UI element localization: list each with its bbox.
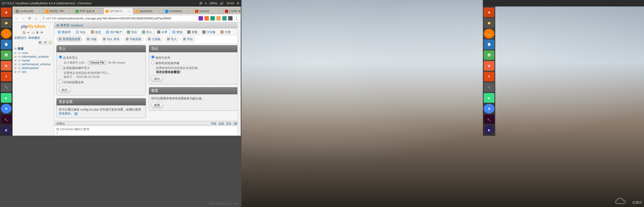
pma-subtab[interactable]: 导入 (165, 36, 179, 42)
import-browser-radio[interactable] (59, 65, 62, 69)
pma-subtab[interactable]: 管理我的设置 (56, 36, 83, 42)
info-icon[interactable]: ⓘ (42, 16, 45, 20)
console-link[interactable]: 选项 (219, 122, 224, 126)
tree-new[interactable]: ⊡ 新建 (14, 46, 53, 51)
fav-link[interactable]: 表收藏夹 (28, 36, 40, 40)
close-icon[interactable]: × (129, 10, 131, 13)
import-from-file[interactable]: 从文件导入 (59, 55, 144, 60)
extension-icon[interactable] (199, 16, 203, 20)
sql-icon[interactable]: 🗎 (36, 31, 40, 35)
db-tree-item[interactable]: ⊞🗃sys (14, 70, 53, 74)
extension-icon[interactable] (228, 16, 233, 20)
pma-subtab[interactable]: 导航面板 (123, 36, 144, 42)
close-icon[interactable]: × (218, 10, 221, 13)
reset-button[interactable]: 重置 (151, 102, 163, 108)
gear-icon[interactable]: ⚙ (237, 2, 239, 5)
install-script-link[interactable]: 安装脚本 (59, 112, 71, 115)
export-browser-radio[interactable] (151, 61, 155, 64)
network-icon[interactable]: ▾ (205, 2, 207, 5)
extension-icon[interactable] (205, 16, 209, 20)
console-link[interactable]: 书签 (211, 122, 216, 126)
filter-icon[interactable]: ⚡ (49, 41, 52, 45)
menu-icon[interactable]: ⋮ (234, 16, 239, 21)
export-browser[interactable]: 保存到浏览器存储 (151, 61, 236, 65)
impress-icon[interactable]: 📽 (1, 61, 12, 71)
reload-nav-icon[interactable]: ⟳ (41, 31, 44, 35)
pma-tab[interactable]: 用户账户 (103, 29, 124, 35)
chromium-icon[interactable]: ◉ (1, 104, 12, 113)
pma-tab[interactable]: 设置 (155, 29, 170, 35)
db-tree-item[interactable]: ⊞🗃information_schema (14, 55, 53, 58)
merge-checkbox[interactable] (59, 80, 62, 83)
settings-icon-r[interactable]: 🔧 (484, 82, 494, 92)
url-input[interactable]: ⓘ 127.0.0.1/phpmyadmin/prefs_manage.php?… (40, 15, 197, 21)
browser-tab[interactable]: 127.0.0.1 /× (103, 8, 133, 14)
server-link[interactable]: localhost (71, 24, 83, 27)
db-tree-item[interactable]: ⊞🗃mysql (14, 58, 53, 62)
scrollbar[interactable] (237, 22, 241, 136)
console-link[interactable]: 历史 (226, 122, 231, 126)
settings-icon[interactable]: 🔧 (1, 82, 12, 92)
terminal-icon-r[interactable]: >_ (484, 115, 494, 124)
chromium-icon-r[interactable]: ◉ (484, 104, 494, 113)
close-icon[interactable]: × (188, 10, 191, 13)
export-exec-button[interactable]: 执行 (151, 76, 163, 82)
browser-tab[interactable]: Installation× (163, 8, 193, 14)
writer-icon-r[interactable]: 📄 (484, 40, 494, 49)
firefox-icon[interactable]: 🦊 (1, 29, 12, 39)
software-icon[interactable]: A (1, 72, 12, 81)
expand-icon[interactable]: ⊞ (14, 70, 17, 73)
extension-icon[interactable] (210, 16, 215, 20)
android-studio-icon[interactable]: ▶ (1, 93, 12, 103)
calc-icon[interactable]: 📊 (1, 50, 12, 60)
close-icon[interactable]: × (69, 10, 71, 13)
writer-icon[interactable]: 📄 (1, 40, 12, 49)
browser-tab[interactable]: PHP 连接 M× (74, 8, 103, 14)
db-tree-item[interactable]: ⊞🗃phpmyadmin (14, 66, 53, 70)
export-file[interactable]: 保存为文件 (151, 55, 236, 60)
console-body[interactable]: 按 Ctrl+Enter 键执行查询 > (54, 126, 241, 136)
import-file-radio[interactable] (59, 55, 62, 59)
browser-tab[interactable]: phpMyAdn× (133, 8, 163, 14)
forward-button[interactable]: → (21, 16, 26, 21)
android-studio-icon-r[interactable]: ▶ (484, 93, 494, 103)
pma-tab[interactable]: 状态 (88, 29, 103, 35)
dash-icon[interactable]: ◉ (1, 8, 12, 17)
pma-subtab[interactable]: 功能 (84, 36, 99, 42)
link-icon[interactable]: 🔗 (44, 41, 47, 45)
import-from-browser[interactable]: 从浏览器存储中导入 (59, 65, 144, 70)
home-icon[interactable]: 🏠 (22, 31, 26, 35)
close-icon[interactable]: × (158, 10, 161, 13)
db-tree-item[interactable]: ⊞🗃performance_schema (14, 62, 53, 66)
docs-icon[interactable]: 📖 (32, 31, 35, 35)
extension-icon[interactable] (216, 16, 221, 20)
extension-icon[interactable] (222, 16, 227, 20)
pma-tab[interactable]: SQL (73, 29, 88, 35)
files-icon[interactable]: 📁 (1, 18, 12, 28)
calc-icon-r[interactable]: 📊 (484, 50, 494, 60)
expand-icon[interactable]: ⊞ (14, 66, 17, 70)
clock[interactable]: 15:53 (226, 2, 234, 5)
browser-tab[interactable]: [ubuntu]× (193, 8, 223, 14)
dash-icon-r[interactable]: ◉ (484, 8, 494, 17)
close-icon[interactable]: × (99, 10, 101, 13)
home-button[interactable]: ⌂ (34, 16, 39, 21)
terminal-icon[interactable]: >_ (1, 115, 12, 124)
expand-icon[interactable]: ⊞ (14, 55, 17, 58)
pma-tab[interactable]: 引擎 (218, 29, 233, 35)
eclipse-icon-r[interactable]: ◐ (484, 125, 494, 135)
expand-icon[interactable]: ⊞ (14, 63, 17, 66)
files-icon-r[interactable]: 📁 (484, 18, 494, 28)
browser-tab[interactable]: MySQL WH× (44, 8, 73, 14)
sound-icon[interactable]: 🔊 (220, 2, 224, 5)
back-button[interactable]: ← (14, 16, 19, 21)
merge-option[interactable]: 与当前设置合并 (59, 80, 144, 84)
choose-file-button[interactable]: Choose File (88, 61, 106, 65)
pma-subtab[interactable]: 导出 (181, 36, 195, 42)
recent-link[interactable]: 近期访问 (14, 36, 26, 40)
browser-tab[interactable]: CSDN-专业× (223, 8, 241, 14)
expand-icon[interactable]: ⊞ (14, 59, 17, 62)
browser-tab[interactable]: localhost/te× (14, 8, 43, 14)
export-file-radio[interactable] (151, 55, 155, 59)
impress-icon-r[interactable]: 📽 (484, 61, 494, 71)
